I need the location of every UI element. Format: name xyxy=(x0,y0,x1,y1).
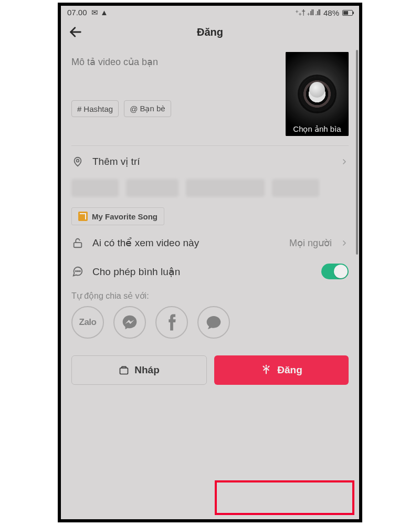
svg-line-10 xyxy=(268,366,269,368)
privacy-label: Ai có thể xem video này xyxy=(92,237,281,249)
svg-rect-6 xyxy=(120,368,128,374)
draft-button-label: Nháp xyxy=(134,364,160,376)
phone-frame: 07.00 ✉ ▲ ⁺₊† ₊ıll .ıll 48% Đăng Mô tả v… xyxy=(58,3,362,522)
comments-toggle[interactable] xyxy=(321,264,349,279)
location-suggestion-chip[interactable] xyxy=(71,179,119,197)
hash-icon: # xyxy=(77,104,81,113)
unlock-icon xyxy=(71,237,84,249)
svg-point-3 xyxy=(76,271,77,272)
cover-picker[interactable]: Chọn ảnh bìa xyxy=(286,52,349,136)
draft-button[interactable]: Nháp xyxy=(71,355,207,385)
tutorial-highlight xyxy=(215,480,354,515)
hashtag-chip[interactable]: # Hashtag xyxy=(71,100,119,117)
hashtag-chip-label: Hashtag xyxy=(83,104,113,113)
location-suggestion-chip[interactable] xyxy=(126,179,178,197)
svg-line-9 xyxy=(264,366,265,368)
share-facebook-button[interactable] xyxy=(155,306,188,339)
battery-percent: 48% xyxy=(323,8,339,17)
location-label: Thêm vị trí xyxy=(92,155,332,167)
share-messenger-button[interactable] xyxy=(113,306,146,339)
privacy-value: Mọi người xyxy=(289,237,332,249)
at-icon: @ xyxy=(130,104,138,113)
moon-icon xyxy=(309,82,325,98)
location-suggestion-chip[interactable] xyxy=(186,179,265,197)
music-icon xyxy=(78,212,88,221)
battery-icon xyxy=(342,10,353,16)
facebook-icon xyxy=(166,313,177,331)
location-suggestion-chip[interactable] xyxy=(272,179,319,197)
status-time: 07.00 ✉ ▲ xyxy=(67,8,108,17)
location-suggestions xyxy=(61,177,359,204)
publish-icon xyxy=(260,364,272,376)
auto-share-label: Tự động chia sẻ với: xyxy=(61,287,359,306)
svg-point-5 xyxy=(79,271,80,272)
location-pin-icon xyxy=(71,156,84,167)
add-location-row[interactable]: Thêm vị trí xyxy=(61,146,359,177)
description-input[interactable]: Mô tả video của bạn xyxy=(71,52,279,97)
post-button[interactable]: Đăng xyxy=(214,355,349,385)
chevron-right-icon xyxy=(340,239,349,247)
svg-point-4 xyxy=(78,271,79,272)
comments-label: Cho phép bình luận xyxy=(92,266,313,278)
messenger-icon xyxy=(121,314,138,331)
zalo-icon: Zalo xyxy=(79,317,97,328)
song-label: My Favorite Song xyxy=(92,212,158,221)
scroll-indicator[interactable] xyxy=(356,50,358,255)
share-message-button[interactable] xyxy=(197,306,230,339)
chat-bubble-icon xyxy=(205,314,222,331)
page-title: Đăng xyxy=(197,26,223,38)
signal-icons-icon: ⁺₊† ₊ıll .ıll xyxy=(295,8,320,17)
chevron-right-icon xyxy=(340,158,349,166)
song-chip[interactable]: My Favorite Song xyxy=(71,207,164,225)
svg-point-1 xyxy=(77,159,79,162)
friends-chip-label: Bạn bè xyxy=(140,104,165,113)
share-zalo-button[interactable]: Zalo xyxy=(71,306,104,339)
drafts-icon xyxy=(119,365,129,375)
top-bar: Đăng xyxy=(61,18,359,46)
post-button-label: Đăng xyxy=(277,364,302,376)
cover-picker-label: Chọn ảnh bìa xyxy=(286,124,349,134)
allow-comments-row: Cho phép bình luận xyxy=(61,258,359,287)
svg-rect-2 xyxy=(74,243,82,247)
privacy-row[interactable]: Ai có thể xem video này Mọi người xyxy=(61,225,359,258)
mention-friends-chip[interactable]: @ Bạn bè xyxy=(124,100,171,117)
arrow-left-icon xyxy=(68,25,83,39)
comment-icon xyxy=(71,266,84,277)
back-button[interactable] xyxy=(68,25,83,39)
status-bar: 07.00 ✉ ▲ ⁺₊† ₊ıll .ıll 48% xyxy=(61,6,359,18)
